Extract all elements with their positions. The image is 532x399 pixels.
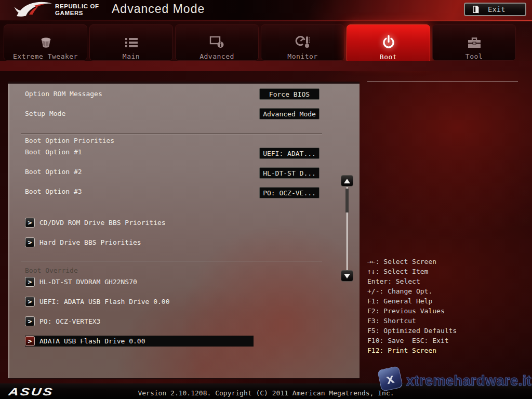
help-line-f12: F12: Print Screen <box>367 345 528 355</box>
help-line: →←: Select Screen <box>367 257 528 267</box>
rog-logo-icon <box>14 1 53 19</box>
boot-override-item-hl-dt-st[interactable]: > HL-DT-ST DVDRAM GH22NS70 <box>25 276 137 287</box>
tweaker-knob-icon <box>38 25 54 49</box>
sidebar-top-line <box>367 82 518 82</box>
help-line: F1: General Help <box>367 296 528 306</box>
boot-override-heading: Boot Override <box>25 267 78 274</box>
cd-dvd-bbs-priorities-item[interactable]: > CD/DVD ROM Drive BBS Priorities <box>25 217 166 228</box>
submenu-arrow-icon: > <box>25 277 35 287</box>
setup-mode-value[interactable]: Advanced Mode <box>259 108 320 119</box>
boot-option-3-value[interactable]: PO: OCZ-VE... <box>259 187 320 198</box>
toolbox-icon <box>467 25 482 49</box>
tab-tool[interactable]: Tool <box>432 24 516 61</box>
help-line: ↑↓: Select Item <box>367 267 528 276</box>
scroll-up-button[interactable] <box>341 175 353 187</box>
tab-bar: Extreme Tweaker Main Advanced <box>4 24 528 63</box>
separator <box>21 134 322 134</box>
boot-override-item-adata-selected[interactable]: > ADATA USB Flash Drive 0.00 <box>25 336 254 347</box>
scrollbar-thumb[interactable] <box>345 189 349 212</box>
boot-option-priorities-heading: Boot Option Priorities <box>25 137 114 144</box>
submenu-arrow-icon: > <box>25 297 35 307</box>
triangle-up-icon <box>344 179 350 183</box>
hard-drive-bbs-priorities-item[interactable]: > Hard Drive BBS Priorities <box>25 237 141 248</box>
boot-override-item-uefi-adata[interactable]: > UEFI: ADATA USB Flash Drive 0.00 <box>25 296 169 307</box>
boot-option-2-label: Boot Option #2 <box>25 166 82 178</box>
menu-item-label: CD/DVD ROM Drive BBS Priorities <box>39 219 166 227</box>
power-icon <box>381 25 396 50</box>
key-help-panel: →←: Select Screen ↑↓: Select Item Enter:… <box>367 257 528 355</box>
tab-label: Boot <box>380 53 397 61</box>
menu-item-label: PO: OCZ-VERTEX3 <box>39 317 100 325</box>
settings-panel: Option ROM Messages Force BIOS Setup Mod… <box>8 82 360 379</box>
header-accent-line <box>0 20 532 21</box>
monitor-gauge-icon <box>295 25 311 49</box>
tab-label: Monitor <box>287 52 317 60</box>
tab-label: Advanced <box>200 52 234 60</box>
advanced-info-icon <box>209 25 225 49</box>
help-line: +/-: Change Opt. <box>367 286 528 296</box>
menu-item-label: ADATA USB Flash Drive 0.00 <box>39 337 145 345</box>
page-title: Advanced Mode <box>112 2 205 16</box>
watermark-text: xtremehardware.it <box>406 373 531 389</box>
tab-advanced[interactable]: Advanced <box>175 24 259 61</box>
tab-label: Extreme Tweaker <box>13 52 78 60</box>
tab-boot[interactable]: Boot <box>347 24 430 63</box>
help-line: F3: Shortcut <box>367 316 528 326</box>
option-rom-messages-label: Option ROM Messages <box>25 88 102 100</box>
submenu-arrow-icon: > <box>25 218 35 228</box>
submenu-arrow-icon: > <box>25 316 35 326</box>
tab-label: Main <box>123 52 140 60</box>
watermark-x-badge-icon: x <box>377 366 403 392</box>
boot-option-1-value[interactable]: UEFI: ADAT... <box>259 148 320 159</box>
tab-main[interactable]: Main <box>89 24 173 61</box>
scroll-down-button[interactable] <box>341 270 353 282</box>
brand-line-2: GAMERS <box>55 10 99 17</box>
triangle-down-icon <box>344 274 350 278</box>
boot-option-2-value[interactable]: HL-DT-ST D... <box>259 167 320 179</box>
tab-label: Tool <box>466 52 483 60</box>
exit-door-icon <box>472 5 480 14</box>
help-line: F2: Previous Values <box>367 306 528 316</box>
brand-line-1: REPUBLIC OF <box>55 3 99 10</box>
list-icon <box>124 25 139 49</box>
boot-override-item-ocz-vertex3[interactable]: > PO: OCZ-VERTEX3 <box>25 316 100 327</box>
setup-mode-label: Setup Mode <box>25 108 65 119</box>
submenu-arrow-icon: > <box>25 237 35 247</box>
menu-item-label: Hard Drive BBS Priorities <box>39 238 141 246</box>
help-line: F5: Optimized Defaults <box>367 326 528 336</box>
option-rom-messages-value[interactable]: Force BIOS <box>259 88 320 100</box>
help-line: Enter: Select <box>367 276 528 286</box>
menu-item-label: UEFI: ADATA USB Flash Drive 0.00 <box>39 298 169 305</box>
separator <box>21 261 322 261</box>
watermark: x xtremehardware.it <box>377 366 532 393</box>
help-line: F10: Save ESC: Exit <box>367 336 528 345</box>
tab-monitor[interactable]: Monitor <box>261 24 344 61</box>
top-header-bar: REPUBLIC OF GAMERS Advanced Mode Exit <box>0 0 532 20</box>
tab-extreme-tweaker[interactable]: Extreme Tweaker <box>4 24 87 61</box>
tab-underband <box>0 61 532 71</box>
boot-option-1-label: Boot Option #1 <box>25 147 82 158</box>
boot-option-3-label: Boot Option #3 <box>25 186 82 197</box>
exit-label: Exit <box>488 5 506 14</box>
menu-item-label: HL-DT-ST DVDRAM GH22NS70 <box>39 278 137 286</box>
submenu-arrow-icon: > <box>25 336 35 346</box>
exit-button[interactable]: Exit <box>464 3 526 16</box>
brand-text: REPUBLIC OF GAMERS <box>55 3 99 17</box>
